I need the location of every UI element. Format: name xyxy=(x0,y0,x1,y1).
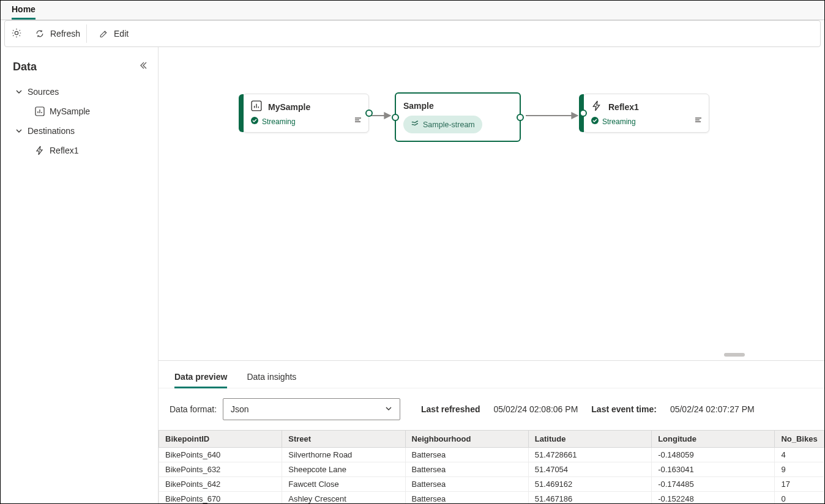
sidebar: Data Sources MySample xyxy=(1,47,159,503)
collapse-sidebar-icon[interactable] xyxy=(138,61,148,72)
tree-group-destinations[interactable]: Destinations xyxy=(1,121,158,141)
lightning-icon xyxy=(591,100,602,113)
col-header[interactable]: Neighbourhood xyxy=(405,431,528,448)
check-icon xyxy=(251,117,258,126)
data-format-label: Data format: xyxy=(170,404,217,414)
tree-group-sources[interactable]: Sources xyxy=(1,82,158,102)
node-title: Reflex1 xyxy=(608,102,639,112)
last-event-value: 05/02/24 02:07:27 PM xyxy=(670,404,755,414)
node-accent xyxy=(239,94,244,132)
port-in[interactable] xyxy=(392,114,399,121)
sidebar-item-mysample[interactable]: MySample xyxy=(1,102,158,121)
refresh-button[interactable]: Refresh xyxy=(27,24,87,43)
svg-point-0 xyxy=(15,31,18,34)
refresh-label: Refresh xyxy=(50,29,80,39)
table-cell: Silverthorne Road xyxy=(282,448,405,462)
col-header[interactable]: Street xyxy=(282,431,405,448)
panel-resize-grip[interactable] xyxy=(724,353,745,357)
bottom-panel: Data preview Data insights Data format: … xyxy=(159,360,824,503)
table-row[interactable]: BikePoints_632Sheepcote LaneBattersea51.… xyxy=(159,462,824,477)
table-cell: -0.152248 xyxy=(652,492,775,505)
table-cell: BikePoints_642 xyxy=(159,477,282,492)
tree-group-destinations-label: Destinations xyxy=(28,126,75,136)
table-cell: 4 xyxy=(775,448,824,462)
node-menu-icon[interactable] xyxy=(694,116,703,126)
data-format-value: Json xyxy=(231,404,249,414)
table-cell: Battersea xyxy=(405,477,528,492)
chevron-down-icon xyxy=(15,127,23,135)
barchart-icon xyxy=(35,106,45,116)
check-icon xyxy=(591,117,599,126)
col-header[interactable]: Longitude xyxy=(652,431,775,448)
table-row[interactable]: BikePoints_640Silverthorne RoadBattersea… xyxy=(159,448,824,462)
node-title: Sample xyxy=(403,101,434,111)
table-cell: 0 xyxy=(775,492,824,505)
tab-data-preview[interactable]: Data preview xyxy=(174,367,227,388)
table-cell: Sheepcote Lane xyxy=(282,462,405,477)
sidebar-item-reflex1[interactable]: Reflex1 xyxy=(1,141,158,160)
lightning-icon xyxy=(35,146,45,155)
table-cell: Battersea xyxy=(405,492,528,505)
node-status-label: Streaming xyxy=(262,117,296,126)
table-cell: 51.467186 xyxy=(528,492,651,505)
table-cell: 51.47054 xyxy=(528,462,651,477)
stream-label: Sample-stream xyxy=(423,120,475,129)
barchart-icon xyxy=(251,100,262,113)
edit-button[interactable]: Edit xyxy=(91,24,135,43)
col-header[interactable]: BikepointID xyxy=(159,431,282,448)
table-cell: BikePoints_670 xyxy=(159,492,282,505)
port-out[interactable] xyxy=(517,114,524,121)
edit-label: Edit xyxy=(114,29,129,39)
node-title: MySample xyxy=(268,102,310,112)
last-refreshed-label: Last refreshed xyxy=(421,404,480,414)
stream-pill[interactable]: Sample-stream xyxy=(403,116,482,133)
table-cell: Fawcett Close xyxy=(282,477,405,492)
table-cell: 17 xyxy=(775,477,824,492)
node-status-label: Streaming xyxy=(602,117,636,126)
port-out[interactable] xyxy=(365,109,373,117)
table-cell: -0.148059 xyxy=(652,448,775,462)
table-cell: 51.469162 xyxy=(528,477,651,492)
table-row[interactable]: BikePoints_670Ashley CrescentBattersea51… xyxy=(159,492,824,505)
tree-group-sources-label: Sources xyxy=(28,87,59,97)
refresh-icon xyxy=(33,27,47,40)
node-source[interactable]: MySample Streaming xyxy=(243,94,369,133)
table-cell: BikePoints_640 xyxy=(159,448,282,462)
table-cell: 9 xyxy=(775,462,824,477)
sidebar-title: Data xyxy=(1,54,158,82)
gear-icon[interactable] xyxy=(11,28,22,40)
col-header[interactable]: Latitude xyxy=(528,431,651,448)
table-cell: -0.163041 xyxy=(652,462,775,477)
table-cell: BikePoints_632 xyxy=(159,462,282,477)
last-refreshed-value: 05/02/24 02:08:06 PM xyxy=(494,404,578,414)
col-header[interactable]: No_Bikes xyxy=(775,431,824,448)
stream-icon xyxy=(411,119,419,130)
table-cell: -0.174485 xyxy=(652,477,775,492)
tab-data-insights[interactable]: Data insights xyxy=(247,367,296,388)
port-in[interactable] xyxy=(580,109,587,117)
data-format-select[interactable]: Json xyxy=(223,398,400,420)
chevron-down-icon xyxy=(15,88,23,95)
chevron-down-icon xyxy=(385,404,392,414)
edit-icon xyxy=(97,27,110,40)
node-menu-icon[interactable] xyxy=(354,116,362,126)
data-preview-table: BikepointID Street Neighbourhood Latitud… xyxy=(159,430,824,504)
sidebar-item-label: MySample xyxy=(50,106,90,116)
node-destination[interactable]: Reflex1 Streaming xyxy=(583,94,709,133)
table-cell: Battersea xyxy=(405,448,528,462)
node-sample[interactable]: Sample Sample-stream xyxy=(395,92,521,142)
table-row[interactable]: BikePoints_642Fawcett CloseBattersea51.4… xyxy=(159,477,824,492)
table-cell: 51.4728661 xyxy=(528,448,651,462)
table-cell: Ashley Crescent xyxy=(282,492,405,505)
toolbar: Refresh Edit xyxy=(4,20,821,47)
last-event-label: Last event time: xyxy=(591,404,657,414)
tab-home[interactable]: Home xyxy=(12,1,35,20)
canvas[interactable]: MySample Streaming Sample xyxy=(159,47,824,360)
sidebar-item-label: Reflex1 xyxy=(50,146,78,155)
table-cell: Battersea xyxy=(405,462,528,477)
